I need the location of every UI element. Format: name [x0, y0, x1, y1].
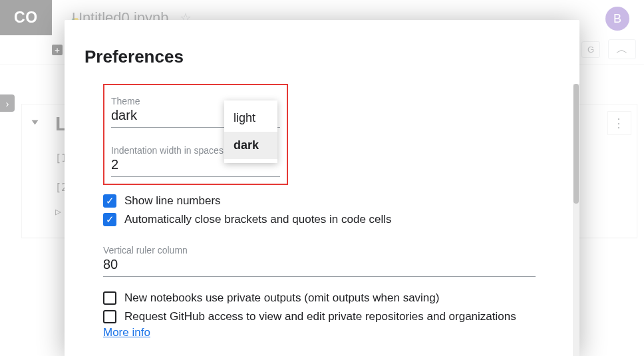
auto-close-label: Automatically close brackets and quotes …	[124, 213, 392, 226]
scrollbar-track[interactable]	[573, 84, 579, 356]
theme-option-light[interactable]: light	[224, 104, 277, 132]
show-line-numbers-row: ✓ Show line numbers	[103, 194, 536, 208]
theme-option-dark[interactable]: dark	[224, 132, 277, 159]
theme-dropdown: light dark	[224, 100, 277, 163]
github-access-label: Request GitHub access to view and edit p…	[124, 310, 516, 323]
show-line-numbers-checkbox[interactable]: ✓	[103, 194, 116, 208]
github-access-checkbox[interactable]	[103, 310, 116, 323]
ruler-input[interactable]: 80	[103, 256, 536, 277]
more-info-link[interactable]: More info	[103, 326, 150, 339]
show-line-numbers-label: Show line numbers	[124, 194, 221, 208]
dialog-title: Preferences	[84, 47, 184, 67]
auto-close-checkbox[interactable]: ✓	[103, 213, 116, 226]
private-outputs-checkbox[interactable]	[103, 291, 116, 305]
private-outputs-label: New notebooks use private outputs (omit …	[124, 291, 439, 305]
check-icon: ✓	[106, 195, 114, 207]
preferences-dialog: Preferences Theme dark Indentation width…	[65, 20, 579, 356]
ruler-label: Vertical ruler column	[103, 245, 536, 256]
scrollbar-thumb[interactable]	[573, 84, 579, 204]
check-icon: ✓	[106, 214, 114, 226]
private-outputs-row: New notebooks use private outputs (omit …	[103, 291, 536, 305]
github-access-row: Request GitHub access to view and edit p…	[103, 310, 536, 323]
dialog-body: Theme dark Indentation width in spaces 2…	[65, 84, 573, 356]
auto-close-row: ✓ Automatically close brackets and quote…	[103, 213, 536, 226]
